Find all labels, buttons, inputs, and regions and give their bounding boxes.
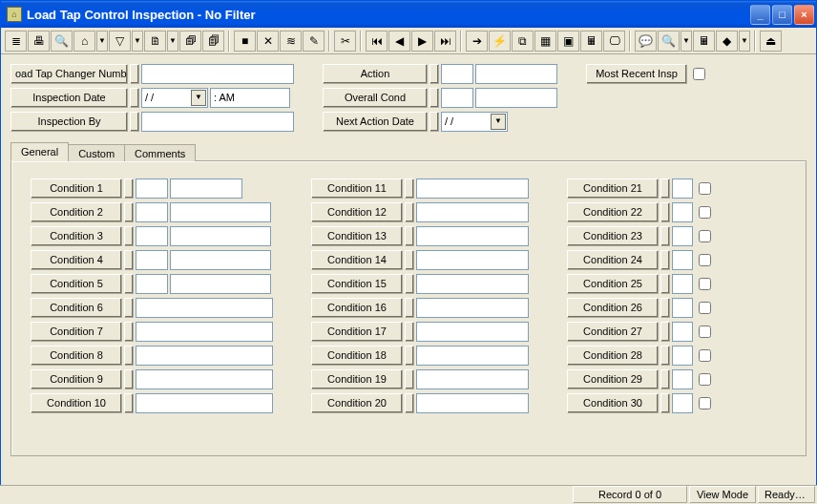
condition-label-button[interactable]: Condition 18 (311, 346, 403, 366)
inspection-by-label-button[interactable]: Inspection By (10, 112, 128, 132)
overall-cond-code-input[interactable] (441, 88, 473, 108)
condition-code-input[interactable] (136, 178, 168, 199)
toolbar-button-29[interactable]: 🖩 (580, 31, 602, 52)
toolbar-button-32[interactable]: 💬 (635, 31, 657, 52)
condition-checkbox[interactable] (699, 182, 711, 195)
toolbar-button-28[interactable]: ▣ (557, 31, 579, 52)
condition-label-button[interactable]: Condition 11 (311, 178, 403, 199)
toolbar-dropdown-arrow[interactable]: ▼ (739, 31, 750, 52)
toolbar-button-27[interactable]: ▦ (534, 31, 556, 52)
condition-label-button[interactable]: Condition 4 (31, 250, 122, 270)
condition-label-button[interactable]: Condition 27 (567, 322, 659, 342)
condition-label-button[interactable]: Condition 20 (311, 393, 403, 413)
condition-label-button[interactable]: Condition 6 (31, 298, 122, 318)
toolbar-button-24[interactable]: ➔ (466, 31, 488, 52)
toolbar-dropdown-arrow[interactable]: ▼ (681, 31, 692, 52)
condition-value-input[interactable] (416, 226, 529, 246)
condition-code-input[interactable] (136, 202, 168, 222)
condition-value-input[interactable] (672, 250, 693, 270)
condition-value-input[interactable] (416, 346, 529, 366)
condition-value-input[interactable] (136, 298, 273, 318)
condition-value-input[interactable] (672, 226, 693, 246)
toolbar-button-36[interactable]: ◆ (716, 31, 738, 52)
toolbar-button-20[interactable]: ◀ (388, 31, 410, 52)
condition-desc-input[interactable] (170, 226, 271, 246)
condition-code-input[interactable] (136, 250, 168, 270)
overall-cond-desc-input[interactable] (475, 88, 557, 108)
toolbar-button-35[interactable]: 🖩 (693, 31, 715, 52)
condition-label-button[interactable]: Condition 17 (311, 322, 403, 342)
condition-value-input[interactable] (136, 369, 273, 389)
toolbar-button-21[interactable]: ▶ (411, 31, 433, 52)
toolbar-button-33[interactable]: 🔍 (658, 31, 680, 52)
condition-label-button[interactable]: Condition 8 (31, 346, 122, 366)
condition-checkbox[interactable] (699, 230, 711, 242)
condition-desc-input[interactable] (170, 250, 271, 270)
toolbar-button-39[interactable]: ⏏ (760, 31, 782, 52)
toolbar-button-19[interactable]: ⏮ (366, 31, 388, 52)
chevron-down-icon[interactable]: ▼ (491, 114, 506, 130)
condition-value-input[interactable] (416, 369, 529, 389)
condition-label-button[interactable]: Condition 2 (31, 202, 122, 222)
condition-label-button[interactable]: Condition 12 (311, 202, 403, 222)
overall-cond-label-button[interactable]: Overall Cond (323, 88, 428, 108)
condition-value-input[interactable] (136, 346, 273, 366)
toolbar-button-17[interactable]: ✂ (334, 31, 356, 52)
toolbar-button-0[interactable]: ≣ (5, 31, 27, 52)
condition-label-button[interactable]: Condition 19 (311, 369, 403, 389)
tab-custom[interactable]: Custom (68, 144, 125, 161)
ltcn-label-button[interactable]: oad Tap Changer Numbe (10, 64, 128, 84)
toolbar-button-9[interactable]: 🗊 (179, 31, 201, 52)
inspection-time-input[interactable]: : AM (210, 88, 290, 108)
toolbar-button-10[interactable]: 🗐 (202, 31, 224, 52)
toolbar-button-15[interactable]: ✎ (303, 31, 325, 52)
condition-label-button[interactable]: Condition 16 (311, 298, 403, 318)
condition-value-input[interactable] (672, 346, 693, 366)
condition-value-input[interactable] (672, 369, 693, 389)
maximize-button[interactable]: □ (772, 5, 792, 25)
toolbar-button-26[interactable]: ⧉ (512, 31, 534, 52)
condition-label-button[interactable]: Condition 21 (567, 178, 659, 199)
inspection-date-input[interactable]: / / ▼ (141, 88, 208, 108)
minimize-button[interactable]: _ (750, 5, 770, 25)
condition-checkbox[interactable] (699, 254, 711, 266)
action-label-button[interactable]: Action (323, 64, 428, 84)
condition-checkbox[interactable] (699, 326, 711, 338)
condition-value-input[interactable] (672, 178, 693, 199)
condition-value-input[interactable] (672, 393, 693, 413)
toolbar-button-13[interactable]: ✕ (257, 31, 279, 52)
condition-value-input[interactable] (416, 250, 529, 270)
most-recent-insp-checkbox[interactable] (693, 68, 705, 80)
chevron-down-icon[interactable]: ▼ (191, 90, 206, 106)
condition-value-input[interactable] (416, 298, 529, 318)
condition-checkbox[interactable] (699, 349, 711, 362)
condition-value-input[interactable] (136, 322, 273, 342)
condition-value-input[interactable] (416, 274, 529, 294)
condition-value-input[interactable] (672, 322, 693, 342)
condition-label-button[interactable]: Condition 25 (567, 274, 659, 294)
toolbar-button-22[interactable]: ⏭ (434, 31, 456, 52)
condition-desc-input[interactable] (170, 178, 242, 199)
condition-desc-input[interactable] (170, 202, 271, 222)
condition-desc-input[interactable] (170, 274, 271, 294)
condition-label-button[interactable]: Condition 14 (311, 250, 403, 270)
condition-label-button[interactable]: Condition 13 (311, 226, 403, 246)
toolbar-dropdown-arrow[interactable]: ▼ (167, 31, 178, 52)
toolbar-button-3[interactable]: ⌂ (73, 31, 95, 52)
condition-label-button[interactable]: Condition 24 (567, 250, 659, 270)
inspection-by-input[interactable] (141, 112, 294, 132)
condition-value-input[interactable] (672, 274, 693, 294)
condition-label-button[interactable]: Condition 9 (31, 369, 122, 389)
ltcn-input[interactable] (141, 64, 294, 84)
toolbar-dropdown-arrow[interactable]: ▼ (96, 31, 108, 52)
condition-label-button[interactable]: Condition 15 (311, 274, 403, 294)
condition-label-button[interactable]: Condition 10 (31, 393, 122, 413)
condition-label-button[interactable]: Condition 23 (567, 226, 659, 246)
close-button[interactable]: × (794, 5, 814, 25)
toolbar-button-14[interactable]: ≋ (280, 31, 302, 52)
toolbar-button-1[interactable]: 🖶 (28, 31, 50, 52)
condition-value-input[interactable] (416, 322, 529, 342)
toolbar-button-12[interactable]: ■ (234, 31, 256, 52)
condition-label-button[interactable]: Condition 22 (567, 202, 659, 222)
condition-checkbox[interactable] (699, 278, 711, 290)
